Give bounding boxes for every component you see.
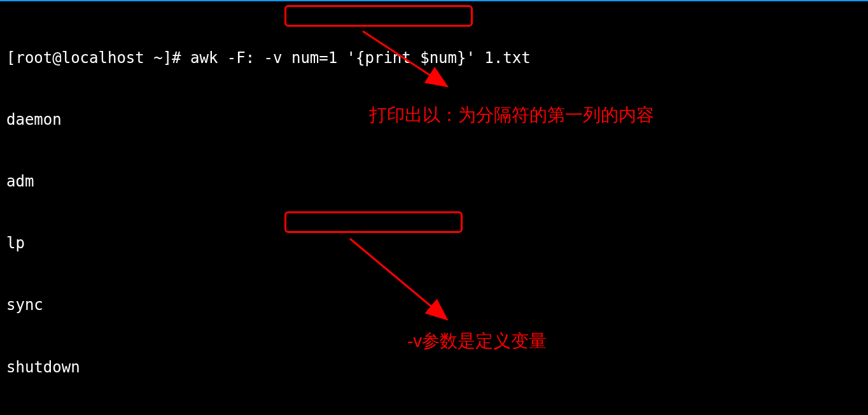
output-line: adm	[6, 171, 862, 192]
annotation-text-1: 打印出以：为分隔符的第一列的内容	[369, 103, 654, 127]
highlight-box-2	[284, 211, 463, 233]
command-line-1[interactable]: [root@localhost ~]# awk -F: -v num=1 '{p…	[6, 48, 862, 68]
output-line: shutdown	[6, 357, 862, 377]
output-line: lp	[6, 233, 862, 253]
annotation-text-2: -v参数是定义变量	[407, 329, 547, 353]
highlight-box-1	[284, 5, 473, 27]
output-line: sync	[6, 295, 862, 315]
